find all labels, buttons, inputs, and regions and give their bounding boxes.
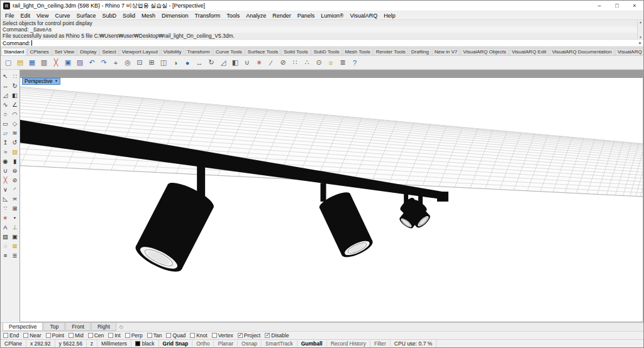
help-icon[interactable]: ? — [349, 57, 360, 68]
toolbar-tab[interactable]: Set View — [52, 48, 77, 55]
status-cell[interactable]: Millimeters — [97, 340, 131, 347]
curve-icon[interactable]: ∿ — [1, 100, 10, 109]
save-icon[interactable]: ▦ — [26, 57, 38, 68]
surface-icon[interactable]: ▱ — [1, 128, 10, 138]
checkbox-icon[interactable] — [69, 333, 74, 338]
checkbox-icon[interactable] — [3, 333, 8, 338]
text-icon[interactable]: A — [1, 222, 10, 232]
menu-item[interactable]: View — [33, 13, 52, 19]
join-icon[interactable]: ∨ — [1, 185, 10, 194]
open-file-icon[interactable]: ▤ — [14, 57, 26, 68]
scale-icon[interactable]: ◿ — [1, 90, 10, 100]
command-history-scrollbar[interactable]: ▲ ▼ — [637, 20, 643, 39]
osnap-toggle[interactable]: Point — [46, 332, 64, 339]
toolbar-tab[interactable]: Mesh Tools — [343, 48, 373, 55]
osnap-toggle[interactable]: Disable — [265, 332, 289, 339]
status-toggle[interactable]: Grid Snap — [159, 340, 193, 347]
split-icon[interactable]: ⊘ — [277, 57, 289, 68]
viewport-tab[interactable]: Front — [65, 323, 91, 331]
boolean-difference-icon[interactable]: ⊖ — [10, 166, 19, 175]
osnap-toggle[interactable]: Vertex — [212, 332, 233, 339]
toolbar-tab[interactable]: Display — [77, 48, 99, 55]
scale-icon[interactable]: ◿ — [218, 57, 229, 68]
status-toggle[interactable]: Osnap — [238, 340, 262, 347]
explode-icon[interactable]: ∗ — [1, 213, 10, 222]
toolbar-tab[interactable]: New in V7 — [432, 48, 460, 55]
checkbox-icon[interactable] — [147, 333, 152, 338]
osnap-toggle[interactable]: Int — [108, 332, 120, 339]
osnap-toggle[interactable]: Project — [238, 332, 260, 339]
toolbar-tab[interactable]: CPlanes — [27, 48, 51, 55]
maximize-button[interactable]: □ — [608, 1, 626, 11]
menu-item[interactable]: SubD — [99, 13, 119, 19]
status-toggle[interactable]: SmartTrack — [262, 340, 297, 347]
checkbox-icon[interactable] — [23, 333, 28, 338]
checkbox-icon[interactable] — [238, 333, 243, 338]
point-icon[interactable]: • — [10, 213, 19, 222]
close-button[interactable]: × — [626, 1, 643, 11]
toolbar-tab[interactable]: VisualARQ Objects — [460, 48, 508, 55]
toolbar-tab[interactable]: Viewport Layout — [119, 48, 160, 55]
scroll-up-icon[interactable]: ▲ — [639, 20, 642, 24]
render-icon[interactable]: ● — [182, 57, 193, 68]
osnap-toggle[interactable]: Cen — [88, 332, 104, 339]
toolbar-tab[interactable]: Select — [99, 48, 118, 55]
paste-icon[interactable]: ▨ — [74, 57, 86, 68]
menu-item[interactable]: Tools — [223, 13, 243, 19]
group-icon[interactable]: ⊞ — [10, 204, 19, 213]
toolbar-tab[interactable]: SubD Tools — [311, 48, 342, 55]
control-points-icon[interactable]: ∷ — [10, 72, 19, 81]
box-icon[interactable]: ▧ — [10, 147, 19, 156]
move-icon[interactable]: ↔ — [1, 81, 10, 90]
osnap-toggle[interactable]: Mid — [69, 332, 84, 339]
fillet-icon[interactable]: ◜ — [10, 185, 19, 194]
copy-icon[interactable]: ▣ — [62, 57, 74, 68]
layer-icon[interactable]: ≡ — [1, 251, 10, 260]
properties-icon[interactable]: ≣ — [337, 57, 348, 68]
dimension-icon[interactable]: ⊥ — [10, 222, 19, 232]
osnap-toggle[interactable]: Quad — [166, 332, 186, 339]
viewport-tab[interactable]: Top — [43, 323, 65, 331]
status-toggle[interactable]: Ortho — [192, 340, 214, 347]
menu-item[interactable]: Analyze — [243, 13, 269, 19]
chamfer-icon[interactable]: ◺ — [1, 194, 10, 204]
block-icon[interactable]: ▣ — [10, 232, 19, 241]
menu-item[interactable]: Curve — [52, 13, 73, 19]
sweep-icon[interactable]: ≈ — [1, 147, 10, 156]
select-icon[interactable]: ↖ — [1, 72, 10, 81]
toolbar-tab[interactable]: Transform — [185, 48, 213, 55]
circle-icon[interactable]: ○ — [1, 109, 10, 119]
rotate-icon[interactable]: ↻ — [206, 57, 217, 68]
status-cell[interactable]: black — [131, 340, 159, 347]
menu-item[interactable]: Render — [269, 13, 294, 19]
zoom-dynamic-icon[interactable]: ◎ — [122, 57, 133, 68]
toolbar-tab[interactable]: VisualARQ Tools — [615, 48, 643, 55]
menu-item[interactable]: Help — [380, 13, 399, 19]
array-icon[interactable]: ∵ — [1, 204, 10, 213]
menu-item[interactable]: VisualARQ — [347, 13, 380, 19]
loft-icon[interactable]: ≋ — [10, 128, 19, 138]
checkbox-icon[interactable] — [88, 333, 93, 338]
boolean-union-icon[interactable]: ∪ — [1, 166, 10, 175]
viewport-title[interactable]: Perspective ▼ — [22, 78, 60, 85]
checkbox-icon[interactable] — [125, 333, 130, 338]
lock-icon[interactable]: ⊠ — [10, 241, 19, 251]
points-off-icon[interactable]: ∴ — [301, 57, 313, 68]
rectangle-icon[interactable]: ▭ — [1, 119, 10, 128]
offset-icon[interactable]: ≍ — [10, 194, 19, 204]
polyline-icon[interactable]: ∠ — [10, 100, 19, 109]
status-toggle[interactable]: Gumball — [297, 340, 327, 347]
viewport-layout-icon[interactable]: ◫ — [158, 57, 169, 68]
menu-item[interactable]: File — [2, 13, 18, 19]
sphere-icon[interactable]: ◉ — [1, 156, 10, 166]
menu-item[interactable]: Dimension — [158, 13, 192, 19]
new-file-icon[interactable]: ▢ — [3, 57, 14, 68]
checkbox-icon[interactable] — [190, 333, 195, 338]
zoom-extents-icon[interactable]: ⊞ — [146, 57, 157, 68]
new-viewport-tab-icon[interactable]: ◇ — [119, 324, 123, 330]
toolbar-tab[interactable]: Standard — [1, 48, 26, 55]
move-icon[interactable]: ↔ — [194, 57, 205, 68]
command-history[interactable]: Select objects for control point display… — [1, 20, 643, 39]
status-toggle[interactable]: Planar — [214, 340, 238, 347]
object-snap-icon[interactable]: ⊙ — [313, 57, 325, 68]
